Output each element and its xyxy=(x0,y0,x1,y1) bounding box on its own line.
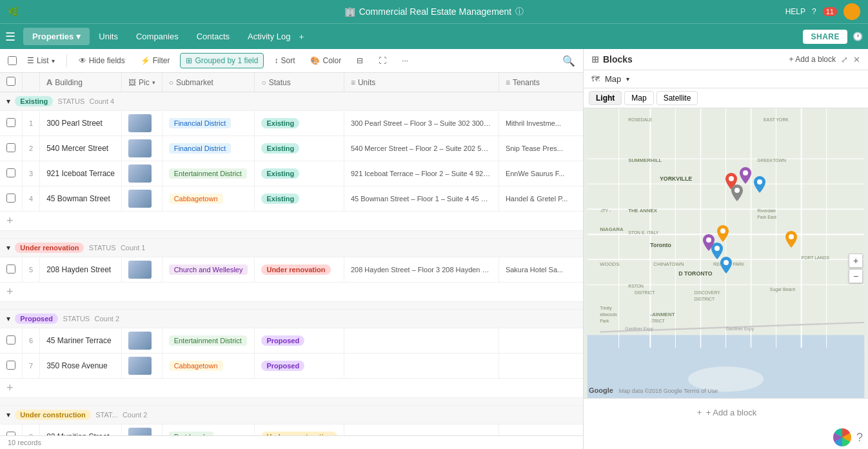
add-row-cell[interactable]: + xyxy=(0,212,583,231)
history-icon[interactable]: 🕐 xyxy=(853,32,863,41)
group-badge-existing: Existing xyxy=(15,96,53,106)
group-toggle-renovation[interactable]: ▾ xyxy=(6,243,10,252)
group-toggle-existing[interactable]: ▾ xyxy=(6,97,10,106)
submarket-cell: Entertainment District xyxy=(162,328,255,354)
building-cell: 82 Munition Street xyxy=(40,424,122,436)
fullscreen-button[interactable]: ⛶ xyxy=(373,54,391,68)
list-view-button[interactable]: ☰ List ▾ xyxy=(22,54,60,68)
table-row[interactable]: 2 540 Mercer Street Financial District E… xyxy=(0,136,583,161)
row-number: 3 xyxy=(23,161,40,186)
group-count-renovation: Count 1 xyxy=(121,244,146,252)
col-tenants[interactable]: ≡ Tenants xyxy=(498,73,583,92)
row-checkbox[interactable] xyxy=(6,264,15,274)
nav-tab-companies[interactable]: Companies xyxy=(127,28,188,45)
map-type-light[interactable]: Light xyxy=(589,91,622,105)
col-submarket[interactable]: ○ Submarket xyxy=(162,73,255,92)
map-type-map[interactable]: Map xyxy=(624,91,653,105)
add-block-bottom-button[interactable]: ＋ + Add a block xyxy=(584,398,868,426)
color-button[interactable]: 🎨 Color xyxy=(305,54,346,68)
zoom-in-button[interactable]: + xyxy=(849,254,863,268)
nav-tab-properties[interactable]: Properties ▾ xyxy=(23,28,90,45)
filter-button[interactable]: ⚡ Filter xyxy=(135,54,175,68)
tenants-cell: Handel & Gretel P... xyxy=(498,186,583,212)
header-checkbox[interactable] xyxy=(6,77,15,86)
row-checkbox[interactable] xyxy=(6,168,15,177)
add-row-cell[interactable]: + xyxy=(0,283,583,302)
add-block-button[interactable]: + Add a block xyxy=(789,55,836,64)
table-row[interactable]: 7 350 Rose Avenue Cabbagetown Proposed xyxy=(0,354,583,379)
row-checkbox[interactable] xyxy=(6,194,15,203)
colorful-indicator[interactable] xyxy=(833,428,851,446)
status-cell: Proposed xyxy=(255,328,344,354)
logo-icon: 🌿 xyxy=(8,6,19,17)
table-row[interactable]: 4 45 Bowman Street Cabbagetown Existing … xyxy=(0,186,583,212)
search-button[interactable]: 🔍 xyxy=(562,55,575,67)
add-row-existing[interactable]: + xyxy=(0,212,583,231)
hide-fields-button[interactable]: 👁 Hide fields xyxy=(74,54,130,68)
row-number: 6 xyxy=(23,328,40,354)
table-panel: ☰ List ▾ 👁 Hide fields ⚡ Filter ⊞ Groupe… xyxy=(0,49,584,449)
status-badge: Existing xyxy=(261,143,299,154)
add-tab-icon[interactable]: ＋ xyxy=(297,31,306,43)
col-status[interactable]: ○ Status xyxy=(255,73,344,92)
info-icon[interactable]: ⓘ xyxy=(515,6,524,17)
map-pin-9[interactable] xyxy=(785,231,797,250)
row-number: 4 xyxy=(23,186,40,212)
help-icon[interactable]: ? xyxy=(812,7,816,16)
close-blocks-icon[interactable]: ✕ xyxy=(853,55,860,65)
add-row-proposed[interactable]: + xyxy=(0,379,583,398)
nav-tab-contacts[interactable]: Contacts xyxy=(188,28,239,45)
nav-tab-activity-log[interactable]: Activity Log ＋ xyxy=(239,27,314,46)
map-type-satellite[interactable]: Satellite xyxy=(656,91,698,105)
units-label: Units xyxy=(99,32,118,41)
units-cell: 540 Mercer Street – Floor 2 – Suite 202 … xyxy=(344,136,498,161)
map-pin-4[interactable] xyxy=(754,176,765,195)
avatar[interactable] xyxy=(843,3,860,20)
map-pin-5[interactable] xyxy=(717,225,729,244)
group-toggle-proposed[interactable]: ▾ xyxy=(6,314,10,323)
topbar-title: 🏢 Commercial Real Estate Management ⓘ xyxy=(344,6,524,17)
col-building[interactable]: 𝗔 Building xyxy=(40,73,122,92)
row-checkbox[interactable] xyxy=(6,335,15,344)
pic-thumbnail xyxy=(128,261,152,279)
more-button[interactable]: ··· xyxy=(397,54,413,68)
hamburger-menu[interactable]: ☰ xyxy=(5,30,15,44)
add-row-renovation[interactable]: + xyxy=(0,283,583,302)
map-pin-7[interactable] xyxy=(720,257,732,276)
row-checkbox[interactable] xyxy=(6,143,15,152)
map-pin-3[interactable] xyxy=(731,185,743,204)
topbar-logo[interactable]: 🌿 xyxy=(8,6,19,17)
table-row[interactable]: 1 300 Pearl Street Financial District Ex… xyxy=(0,111,583,136)
group-header-construction: ▾ Under construction STAT... Count 2 xyxy=(0,406,583,424)
nav-tab-units[interactable]: Units xyxy=(90,28,127,45)
select-all-checkbox[interactable] xyxy=(8,56,17,65)
row-number: 1 xyxy=(23,111,40,136)
table-row[interactable]: 8 82 Munition Street Port Lands Under co… xyxy=(0,424,583,436)
map-pin-2[interactable] xyxy=(740,167,751,186)
svg-point-51 xyxy=(735,188,740,193)
col-units[interactable]: ≡ Units xyxy=(344,73,498,92)
map-pin-8[interactable] xyxy=(703,234,715,254)
zoom-out-button[interactable]: − xyxy=(849,269,863,283)
nav-right-icons: 🕐 xyxy=(853,32,863,41)
map-dropdown-icon[interactable]: ▾ xyxy=(626,75,629,83)
row-height-icon: ⊟ xyxy=(357,56,363,65)
sort-button[interactable]: ↕ Sort xyxy=(269,54,300,68)
notification-badge[interactable]: 11 xyxy=(823,7,837,16)
table-row[interactable]: 5 208 Hayden Street Church and Wellesley… xyxy=(0,257,583,283)
question-icon[interactable]: ? xyxy=(856,431,863,444)
group-count-proposed: Count 2 xyxy=(95,315,120,323)
share-button[interactable]: SHARE xyxy=(803,30,847,44)
table-row[interactable]: 6 45 Mariner Terrace Entertainment Distr… xyxy=(0,328,583,354)
add-row-cell[interactable]: + xyxy=(0,379,583,398)
col-pic[interactable]: 🖼 Pic ▾ xyxy=(121,73,162,92)
row-height-button[interactable]: ⊟ xyxy=(351,54,368,68)
group-toggle-construction[interactable]: ▾ xyxy=(6,410,10,419)
table-row[interactable]: 3 921 Iceboat Terrace Entertainment Dist… xyxy=(0,161,583,186)
sort-icon: ↕ xyxy=(274,56,278,65)
row-checkbox[interactable] xyxy=(6,361,15,370)
expand-block-icon[interactable]: ⤢ xyxy=(841,55,848,65)
help-label[interactable]: HELP xyxy=(785,7,805,16)
row-checkbox[interactable] xyxy=(6,118,15,127)
grouped-button[interactable]: ⊞ Grouped by 1 field xyxy=(180,53,264,68)
